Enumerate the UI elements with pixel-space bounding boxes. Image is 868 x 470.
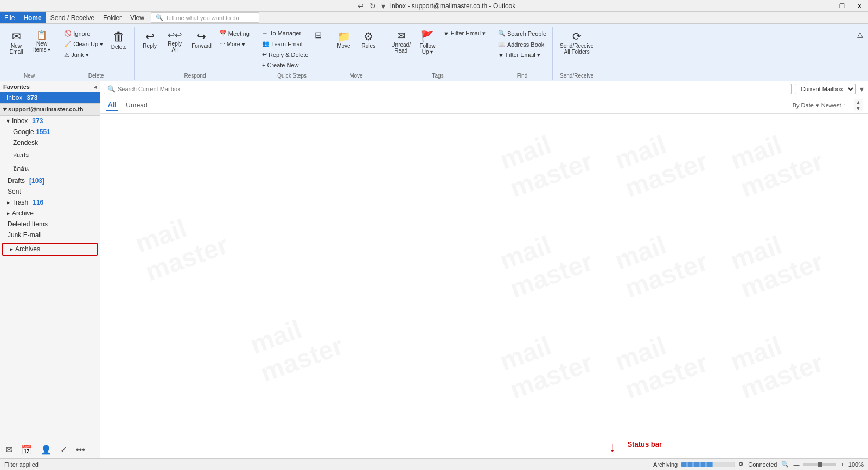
- sidebar-item-junk[interactable]: Junk E-mail: [0, 230, 100, 240]
- rules-button[interactable]: ⚙ Rules: [356, 28, 380, 52]
- reply-all-label: ReplyAll: [168, 41, 182, 53]
- to-manager-button[interactable]: → To Manager: [259, 28, 311, 38]
- scroll-up-arrow[interactable]: ▲: [854, 99, 863, 105]
- cleanup-button[interactable]: 🧹 Clean Up ▾: [61, 39, 106, 49]
- trash-label: Trash: [12, 199, 28, 206]
- menu-home[interactable]: Home: [19, 12, 46, 23]
- send-receive-label: Send/ReceiveAll Folders: [560, 43, 593, 55]
- follow-up-button[interactable]: 🚩 FollowUp ▾: [416, 28, 439, 58]
- zoom-slider[interactable]: [803, 463, 836, 466]
- tell-me-bar[interactable]: 🔍 Tell me what you want to do: [151, 12, 259, 23]
- tags-group-content: ✉ Unread/Read 🚩 FollowUp ▾ ▼ Filter Emai…: [387, 28, 488, 70]
- scroll-down-arrow[interactable]: ▼: [854, 105, 863, 111]
- filter-email3-icon: ▼: [498, 52, 504, 59]
- address-book-button[interactable]: 📖 Address Book: [495, 39, 549, 49]
- sidebar-item-other[interactable]: อีกอัน: [0, 162, 100, 175]
- menu-folder[interactable]: Folder: [99, 12, 126, 23]
- sidebar-item-spam[interactable]: สแปม: [0, 148, 100, 162]
- junk-button[interactable]: ⚠ Junk ▾: [61, 50, 106, 60]
- restore-btn[interactable]: ❐: [833, 0, 851, 12]
- sendreceive-group-content: ⟳ Send/ReceiveAll Folders: [556, 28, 597, 70]
- watermark-7: mailmaster: [611, 219, 712, 304]
- create-new-button[interactable]: + Create New: [259, 60, 311, 70]
- nav-tasks-btn[interactable]: ✓: [58, 443, 69, 456]
- delete-group-content: 🚫 Ignore 🧹 Clean Up ▾ ⚠ Junk ▾ 🗑 Delete: [61, 28, 131, 70]
- reply-button[interactable]: ↩ Reply: [138, 28, 162, 52]
- forward-button[interactable]: ↪ Forward: [188, 28, 215, 52]
- ribbon-collapse-button[interactable]: △: [854, 28, 866, 40]
- sidebar-account[interactable]: ▾ support@mailmaster.co.th: [0, 103, 100, 116]
- sidebar-item-inbox-fav[interactable]: Inbox 373: [0, 92, 100, 103]
- archiving-progress-fill: [681, 462, 713, 467]
- delete-button[interactable]: 🗑 Delete: [107, 28, 131, 53]
- send-receive-all-button[interactable]: ⟳ Send/ReceiveAll Folders: [556, 28, 597, 58]
- redo-btn[interactable]: ↻: [368, 1, 378, 11]
- minimize-btn[interactable]: —: [816, 0, 833, 12]
- archive-label: Archive: [12, 209, 34, 217]
- archive-expand-icon: ▸: [7, 209, 10, 217]
- inbox-fav-badge: 373: [27, 94, 37, 101]
- zoom-in-btn[interactable]: +: [840, 461, 844, 468]
- sidebar-item-archives[interactable]: ▸ Archives: [3, 244, 97, 255]
- cleanup-icon: 🧹: [64, 41, 72, 48]
- archiving-settings-icon[interactable]: ⚙: [738, 461, 744, 468]
- expand-search-icon[interactable]: ▾: [859, 84, 865, 94]
- bottom-nav: ✉ 📅 👤 ✓ •••: [0, 441, 100, 458]
- ignore-button[interactable]: 🚫 Ignore: [61, 28, 106, 39]
- watermark-11: mailmaster: [726, 319, 827, 404]
- sort-by-date[interactable]: By Date: [793, 102, 814, 109]
- delete-group-label: Delete: [61, 71, 131, 79]
- zoom-out-btn[interactable]: —: [793, 461, 799, 468]
- quicksteps-expand-button[interactable]: ⊟: [312, 28, 324, 42]
- menu-file[interactable]: File: [0, 12, 19, 23]
- junk-icon: ⚠: [64, 52, 69, 59]
- search-input[interactable]: [118, 86, 788, 92]
- nav-people-btn[interactable]: 👤: [39, 443, 54, 456]
- nav-mail-btn[interactable]: ✉: [3, 443, 15, 456]
- new-items-icon: 📋: [36, 31, 47, 40]
- inbox-fav-label: Inbox: [7, 94, 22, 101]
- find-col: 🔍 Search People 📖 Address Book ▼ Filter …: [495, 28, 549, 60]
- more-respond-button[interactable]: ⋯ More ▾: [216, 39, 252, 49]
- move-button[interactable]: 📁 Move: [331, 28, 355, 52]
- reply-all-button[interactable]: ↩↩ ReplyAll: [163, 28, 187, 55]
- unread-label: Unread/Read: [391, 42, 411, 54]
- favorites-header[interactable]: Favorites ◂: [0, 81, 100, 92]
- new-email-button[interactable]: ✉ NewEmail: [4, 28, 28, 58]
- meeting-button[interactable]: 📅 Meeting: [216, 28, 252, 39]
- sidebar-item-google[interactable]: Google 1551: [0, 126, 100, 137]
- sidebar-item-archive[interactable]: ▸ Archive: [0, 208, 100, 219]
- unread-read-button[interactable]: ✉ Unread/Read: [387, 28, 414, 56]
- new-items-button[interactable]: 📋 NewItems ▾: [29, 28, 54, 55]
- undo-btn[interactable]: ↩: [356, 1, 366, 11]
- sidebar-item-deleted[interactable]: Deleted Items: [0, 219, 100, 230]
- search-people-button[interactable]: 🔍 Search People: [495, 28, 549, 39]
- filter-unread-tab[interactable]: Unread: [124, 100, 149, 110]
- sidebar-item-sent[interactable]: Sent: [0, 186, 100, 197]
- menu-send-receive[interactable]: Send / Receive: [46, 12, 99, 23]
- filter-all-tab[interactable]: All: [106, 100, 118, 111]
- sort-order-icon: ↑: [844, 102, 847, 109]
- mailbox-selector[interactable]: Current Mailbox: [795, 84, 856, 94]
- filter-email3-button[interactable]: ▼ Filter Email ▾: [495, 50, 549, 60]
- menu-view[interactable]: View: [126, 12, 149, 23]
- quick-access-toolbar[interactable]: ↩ ↻ ▾: [353, 1, 390, 11]
- qa-menu-btn[interactable]: ▾: [380, 1, 387, 11]
- sidebar-item-trash[interactable]: ▸ Trash 116: [0, 197, 100, 208]
- sidebar-item-drafts[interactable]: Drafts [103]: [0, 175, 100, 186]
- address-book-icon: 📖: [498, 41, 506, 48]
- sidebar-item-zendesk[interactable]: Zendesk: [0, 137, 100, 148]
- sidebar-item-inbox[interactable]: ▾ Inbox 373: [0, 116, 100, 126]
- mail-list-empty: mailmaster mailmaster: [100, 114, 484, 449]
- connected-status: Connected: [748, 461, 777, 468]
- favorites-collapse-icon[interactable]: ◂: [94, 84, 97, 90]
- mail-filter-header: All Unread By Date ▾ Newest ↑ ▲ ▼: [100, 97, 868, 114]
- close-btn[interactable]: ✕: [851, 0, 868, 12]
- filter-email-button[interactable]: ▼ Filter Email ▾: [441, 28, 488, 39]
- sort-newest[interactable]: Newest: [821, 102, 841, 109]
- nav-more-btn[interactable]: •••: [74, 444, 87, 456]
- team-email-button[interactable]: 👥 Team Email: [259, 39, 311, 49]
- nav-calendar-btn[interactable]: 📅: [19, 443, 34, 456]
- search-box[interactable]: 🔍: [104, 84, 792, 94]
- reply-delete-button[interactable]: ↩ Reply & Delete: [259, 49, 311, 60]
